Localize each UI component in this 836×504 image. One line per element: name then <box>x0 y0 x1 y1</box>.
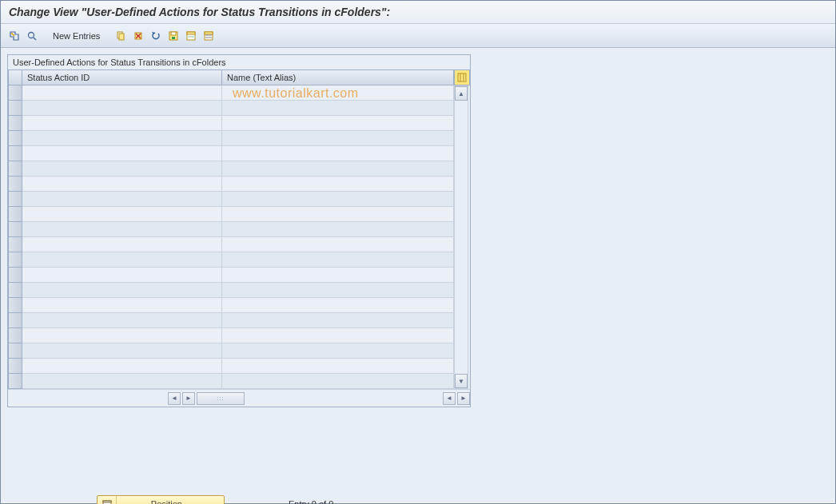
row-selector[interactable] <box>8 283 22 298</box>
scroll-up-button[interactable]: ▲ <box>455 86 468 101</box>
table-cell[interactable] <box>222 222 454 237</box>
save-icon[interactable] <box>166 29 181 43</box>
scroll-right-end-button[interactable]: ► <box>457 392 470 405</box>
new-entries-button[interactable]: New Entries <box>50 31 103 41</box>
row-selector[interactable] <box>8 374 22 389</box>
table-cell[interactable] <box>222 252 454 268</box>
row-selector[interactable] <box>8 252 22 268</box>
find-icon[interactable] <box>25 29 39 43</box>
table-cell[interactable] <box>222 298 454 313</box>
table-cell[interactable] <box>222 131 454 146</box>
row-selector[interactable] <box>8 343 22 359</box>
row-selector[interactable] <box>8 177 22 192</box>
row-selector[interactable] <box>8 222 22 237</box>
table-cell[interactable] <box>22 161 222 177</box>
table-cell[interactable] <box>22 237 222 252</box>
toolbar: New Entries <box>1 24 835 48</box>
deselect-all-icon[interactable] <box>201 29 216 43</box>
select-all-rows[interactable] <box>8 69 22 85</box>
table-cell[interactable] <box>22 207 222 222</box>
table-cell[interactable] <box>22 374 222 389</box>
toolbar-separator <box>108 29 109 43</box>
select-all-icon[interactable] <box>184 29 198 43</box>
table-cell[interactable] <box>222 177 454 192</box>
table-cell[interactable] <box>22 268 222 283</box>
table-cell[interactable] <box>22 131 222 146</box>
copy-icon[interactable] <box>113 29 128 43</box>
scroll-left-end-button[interactable]: ◄ <box>443 392 456 405</box>
table-cell[interactable] <box>22 101 222 116</box>
column-header-name-text-alias[interactable]: Name (Text Alias) <box>222 69 454 85</box>
svg-rect-3 <box>119 34 124 40</box>
column-header-status-action-id[interactable]: Status Action ID <box>22 69 222 85</box>
delete-icon[interactable] <box>131 29 145 43</box>
table-cell[interactable] <box>22 298 222 313</box>
position-icon <box>98 496 117 504</box>
svg-rect-14 <box>205 32 213 34</box>
undo-icon[interactable] <box>149 29 163 43</box>
scroll-left-button[interactable]: ◄ <box>168 392 181 405</box>
table-cell[interactable] <box>22 343 222 359</box>
table-cell[interactable] <box>22 116 222 131</box>
vertical-scrollbar[interactable] <box>455 101 468 374</box>
svg-rect-21 <box>103 501 111 502</box>
scroll-right-button[interactable]: ► <box>182 392 195 405</box>
row-selector[interactable] <box>8 298 22 313</box>
table-cell[interactable] <box>222 116 454 131</box>
svg-rect-11 <box>187 32 195 34</box>
content-area: www.tutorialkart.com User-Defined Action… <box>1 48 835 502</box>
row-selector[interactable] <box>8 161 22 177</box>
table-cell[interactable] <box>222 313 454 328</box>
row-selector[interactable] <box>8 131 22 146</box>
table-cell[interactable] <box>22 252 222 268</box>
table-cell[interactable] <box>22 222 222 237</box>
table-cell[interactable] <box>22 359 222 374</box>
row-selector[interactable] <box>8 116 22 131</box>
table-cell[interactable] <box>222 192 454 207</box>
row-selector[interactable] <box>8 359 22 374</box>
table-cell[interactable] <box>222 268 454 283</box>
scroll-down-button[interactable]: ▼ <box>455 374 468 388</box>
table-cell[interactable] <box>22 146 222 161</box>
table-cell[interactable] <box>222 85 454 101</box>
table-cell[interactable] <box>222 207 454 222</box>
table-cell[interactable] <box>22 177 222 192</box>
table-cell[interactable] <box>22 85 222 101</box>
row-selector[interactable] <box>8 192 22 207</box>
table-cell[interactable] <box>222 146 454 161</box>
configure-columns-button[interactable] <box>454 69 470 85</box>
toolbar-separator <box>44 29 45 43</box>
row-selector[interactable] <box>8 328 22 343</box>
toggle-icon[interactable] <box>7 29 22 43</box>
svg-rect-17 <box>458 73 466 81</box>
table-cell[interactable] <box>222 283 454 298</box>
row-selector[interactable] <box>8 313 22 328</box>
row-selector[interactable] <box>8 85 22 101</box>
table-cell[interactable] <box>222 328 454 343</box>
table-cell[interactable] <box>222 359 454 374</box>
svg-rect-8 <box>171 32 176 35</box>
position-button[interactable]: Position... <box>97 495 225 504</box>
table-cell[interactable] <box>222 161 454 177</box>
table-cell[interactable] <box>22 192 222 207</box>
horizontal-scroll-thumb[interactable]: ::: <box>197 392 245 405</box>
page-title: Change View "User-Defined Actions for St… <box>1 1 835 24</box>
svg-line-1 <box>34 38 36 40</box>
panel-title: User-Defined Actions for Status Transiti… <box>8 55 470 69</box>
row-selector[interactable] <box>8 101 22 116</box>
table-cell[interactable] <box>222 237 454 252</box>
svg-rect-12 <box>187 36 195 38</box>
row-selector[interactable] <box>8 237 22 252</box>
table-cell[interactable] <box>22 283 222 298</box>
row-selector[interactable] <box>8 207 22 222</box>
horizontal-scrollbar-area: ◄ ► ::: ◄ ► <box>8 389 470 407</box>
table-cell[interactable] <box>22 313 222 328</box>
position-label: Position... <box>117 499 224 504</box>
table-cell[interactable] <box>22 328 222 343</box>
row-selector[interactable] <box>8 268 22 283</box>
row-selector-column <box>8 69 22 389</box>
row-selector[interactable] <box>8 146 22 161</box>
table-cell[interactable] <box>222 343 454 359</box>
table-cell[interactable] <box>222 374 454 389</box>
table-cell[interactable] <box>222 101 454 116</box>
